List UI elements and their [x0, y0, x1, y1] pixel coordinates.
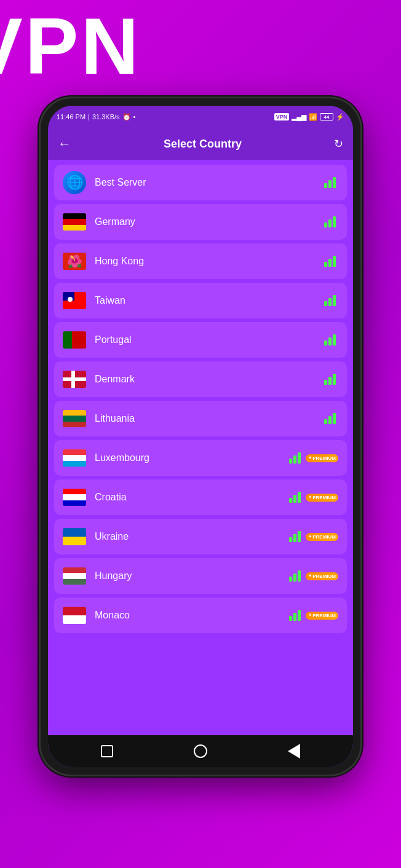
status-right: VPN ▂▄▆ 📶 44 ⚡ [274, 113, 344, 121]
flag-pt [63, 331, 86, 349]
signal-bars [289, 531, 301, 542]
list-item[interactable]: Portugal [54, 322, 347, 358]
phone-screen: 11:46 PM | 31.3KB/s ⏰ • VPN ▂▄▆ 📶 44 ⚡ [48, 106, 353, 767]
status-dot: • [133, 113, 136, 120]
list-item[interactable]: Croatia PREMIUM [54, 479, 347, 515]
phone-mockup: 11:46 PM | 31.3KB/s ⏰ • VPN ▂▄▆ 📶 44 ⚡ [41, 98, 360, 775]
signal-bar-2 [293, 456, 296, 464]
signal-bar-1 [289, 459, 292, 464]
signal-bar-1 [289, 616, 292, 621]
signal-bar-1 [324, 223, 327, 227]
signal-bar-1 [324, 301, 327, 306]
signal-bar-3 [333, 216, 336, 227]
flag-de [63, 213, 86, 231]
signal-icon: ▂▄▆ [292, 113, 306, 121]
signal-bar-2 [328, 259, 332, 267]
list-item[interactable]: Luxembourg PREMIUM [54, 440, 347, 476]
country-name: Lithuania [95, 413, 324, 424]
nav-recents-button[interactable] [96, 740, 118, 762]
signal-bars [289, 570, 301, 582]
premium-badge: PREMIUM [306, 533, 338, 541]
signal-bars [324, 413, 336, 424]
signal-bar-2 [328, 298, 332, 306]
signal-bar-2 [293, 574, 296, 582]
signal-bar-3 [298, 570, 301, 582]
country-name: Denmark [95, 374, 324, 385]
status-alarm: ⏰ [122, 113, 131, 121]
list-item[interactable]: Denmark [54, 361, 347, 397]
status-time: 11:46 PM [57, 113, 85, 120]
flag-hu [63, 567, 86, 585]
country-name: Germany [95, 216, 324, 227]
charging-icon: ⚡ [336, 113, 344, 121]
flag-lu [63, 449, 86, 467]
flag-ua [63, 528, 86, 545]
app-title: VPN [0, 6, 141, 86]
signal-bar-1 [289, 537, 292, 542]
signal-bar-1 [324, 262, 327, 267]
signal-bar-3 [298, 531, 301, 542]
back-button[interactable]: ← [58, 136, 71, 152]
signal-bars [324, 374, 336, 385]
signal-bar-3 [333, 256, 336, 267]
signal-bar-2 [328, 219, 332, 227]
nav-home-button[interactable] [189, 740, 212, 762]
premium-badge: PREMIUM [306, 612, 338, 620]
flag-hk: 🌺 [63, 253, 86, 270]
signal-bars [324, 177, 336, 188]
list-item[interactable]: Monaco PREMIUM [54, 598, 347, 633]
list-item[interactable]: 🌺 Hong Kong [54, 243, 347, 279]
country-name: Taiwan [95, 295, 324, 306]
signal-bars [289, 492, 301, 503]
signal-bar-2 [328, 180, 332, 188]
list-item[interactable]: Lithuania [54, 401, 347, 436]
page-title: Select Country [164, 138, 242, 151]
signal-bars [324, 216, 336, 227]
status-separator: | [88, 113, 90, 120]
premium-badge: PREMIUM [306, 454, 338, 462]
signal-bar-1 [324, 419, 327, 424]
wifi-icon: 📶 [309, 113, 317, 121]
signal-bar-3 [333, 374, 336, 385]
signal-bar-1 [289, 577, 292, 582]
nav-bar [48, 735, 353, 767]
battery-icon: 44 [320, 113, 333, 120]
flag-dk [63, 371, 86, 388]
flag-lt [63, 410, 86, 427]
list-item[interactable]: Ukraine PREMIUM [54, 519, 347, 554]
signal-bar-2 [293, 534, 296, 542]
signal-bars [289, 452, 301, 464]
refresh-button[interactable]: ↻ [334, 137, 343, 151]
status-left: 11:46 PM | 31.3KB/s ⏰ • [57, 113, 135, 121]
premium-badge: PREMIUM [306, 572, 338, 580]
signal-bar-3 [333, 334, 336, 345]
signal-bar-3 [298, 492, 301, 503]
country-name: Hungary [95, 570, 289, 582]
signal-bar-1 [289, 498, 292, 503]
signal-bar-3 [298, 452, 301, 464]
list-item[interactable]: Taiwan [54, 283, 347, 318]
signal-bars [324, 256, 336, 267]
signal-bar-3 [333, 413, 336, 424]
country-name: Best Server [95, 177, 324, 188]
list-item[interactable]: Germany [54, 204, 347, 240]
signal-bar-2 [328, 416, 332, 424]
list-item[interactable]: Hungary PREMIUM [54, 558, 347, 594]
signal-bars [324, 295, 336, 306]
signal-bar-1 [324, 380, 327, 385]
globe-icon: 🌐 [63, 171, 86, 194]
nav-square-icon [101, 745, 113, 757]
country-list: 🌐 Best Server [48, 160, 353, 735]
top-bar: ← Select Country ↻ [48, 128, 353, 160]
vpn-badge: VPN [274, 113, 290, 120]
signal-bar-1 [324, 183, 327, 188]
signal-bar-2 [328, 337, 332, 345]
status-speed: 31.3KB/s [92, 113, 120, 120]
signal-bar-2 [293, 613, 296, 621]
nav-back-button[interactable] [283, 740, 305, 762]
list-item[interactable]: 🌐 Best Server [54, 165, 347, 200]
phone-body: 11:46 PM | 31.3KB/s ⏰ • VPN ▂▄▆ 📶 44 ⚡ [41, 98, 360, 775]
nav-triangle-icon [288, 744, 300, 759]
country-name: Ukraine [95, 531, 289, 542]
signal-bar-2 [328, 377, 332, 385]
